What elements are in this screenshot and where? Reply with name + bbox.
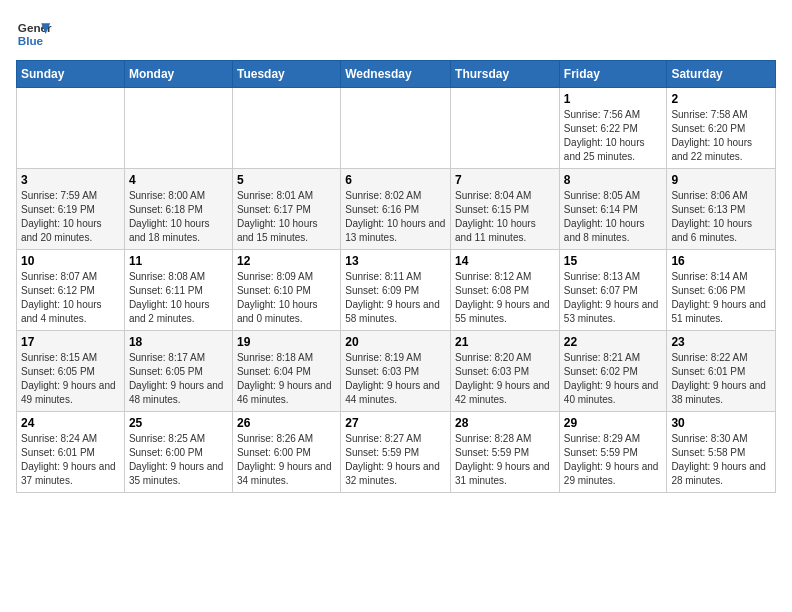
day-info: Sunrise: 8:28 AM Sunset: 5:59 PM Dayligh… — [455, 432, 555, 488]
day-number: 13 — [345, 254, 446, 268]
day-number: 25 — [129, 416, 228, 430]
calendar-cell — [341, 88, 451, 169]
calendar-cell: 12Sunrise: 8:09 AM Sunset: 6:10 PM Dayli… — [232, 250, 340, 331]
day-info: Sunrise: 8:05 AM Sunset: 6:14 PM Dayligh… — [564, 189, 663, 245]
day-info: Sunrise: 8:08 AM Sunset: 6:11 PM Dayligh… — [129, 270, 228, 326]
day-number: 14 — [455, 254, 555, 268]
day-number: 8 — [564, 173, 663, 187]
calendar-cell: 10Sunrise: 8:07 AM Sunset: 6:12 PM Dayli… — [17, 250, 125, 331]
day-info: Sunrise: 8:20 AM Sunset: 6:03 PM Dayligh… — [455, 351, 555, 407]
calendar-cell: 28Sunrise: 8:28 AM Sunset: 5:59 PM Dayli… — [451, 412, 560, 493]
day-info: Sunrise: 8:01 AM Sunset: 6:17 PM Dayligh… — [237, 189, 336, 245]
day-number: 18 — [129, 335, 228, 349]
calendar-cell — [232, 88, 340, 169]
day-info: Sunrise: 8:21 AM Sunset: 6:02 PM Dayligh… — [564, 351, 663, 407]
column-header-tuesday: Tuesday — [232, 61, 340, 88]
svg-text:Blue: Blue — [18, 34, 44, 47]
day-number: 20 — [345, 335, 446, 349]
day-number: 3 — [21, 173, 120, 187]
logo-icon: General Blue — [16, 16, 52, 52]
calendar-cell — [124, 88, 232, 169]
calendar-cell: 13Sunrise: 8:11 AM Sunset: 6:09 PM Dayli… — [341, 250, 451, 331]
calendar-cell: 4Sunrise: 8:00 AM Sunset: 6:18 PM Daylig… — [124, 169, 232, 250]
day-number: 15 — [564, 254, 663, 268]
day-number: 19 — [237, 335, 336, 349]
day-info: Sunrise: 8:14 AM Sunset: 6:06 PM Dayligh… — [671, 270, 771, 326]
day-number: 6 — [345, 173, 446, 187]
day-info: Sunrise: 7:58 AM Sunset: 6:20 PM Dayligh… — [671, 108, 771, 164]
day-info: Sunrise: 8:11 AM Sunset: 6:09 PM Dayligh… — [345, 270, 446, 326]
calendar-cell: 11Sunrise: 8:08 AM Sunset: 6:11 PM Dayli… — [124, 250, 232, 331]
calendar-cell: 29Sunrise: 8:29 AM Sunset: 5:59 PM Dayli… — [559, 412, 667, 493]
day-number: 2 — [671, 92, 771, 106]
calendar-cell: 8Sunrise: 8:05 AM Sunset: 6:14 PM Daylig… — [559, 169, 667, 250]
day-info: Sunrise: 8:25 AM Sunset: 6:00 PM Dayligh… — [129, 432, 228, 488]
day-number: 24 — [21, 416, 120, 430]
day-info: Sunrise: 8:06 AM Sunset: 6:13 PM Dayligh… — [671, 189, 771, 245]
calendar-week-row: 10Sunrise: 8:07 AM Sunset: 6:12 PM Dayli… — [17, 250, 776, 331]
column-header-wednesday: Wednesday — [341, 61, 451, 88]
calendar-cell: 18Sunrise: 8:17 AM Sunset: 6:05 PM Dayli… — [124, 331, 232, 412]
day-info: Sunrise: 8:04 AM Sunset: 6:15 PM Dayligh… — [455, 189, 555, 245]
day-info: Sunrise: 8:15 AM Sunset: 6:05 PM Dayligh… — [21, 351, 120, 407]
day-number: 30 — [671, 416, 771, 430]
day-info: Sunrise: 8:12 AM Sunset: 6:08 PM Dayligh… — [455, 270, 555, 326]
day-number: 7 — [455, 173, 555, 187]
day-number: 17 — [21, 335, 120, 349]
day-info: Sunrise: 8:30 AM Sunset: 5:58 PM Dayligh… — [671, 432, 771, 488]
calendar-cell: 27Sunrise: 8:27 AM Sunset: 5:59 PM Dayli… — [341, 412, 451, 493]
day-number: 26 — [237, 416, 336, 430]
day-info: Sunrise: 7:59 AM Sunset: 6:19 PM Dayligh… — [21, 189, 120, 245]
calendar-cell: 30Sunrise: 8:30 AM Sunset: 5:58 PM Dayli… — [667, 412, 776, 493]
day-number: 9 — [671, 173, 771, 187]
calendar-week-row: 24Sunrise: 8:24 AM Sunset: 6:01 PM Dayli… — [17, 412, 776, 493]
calendar-cell: 22Sunrise: 8:21 AM Sunset: 6:02 PM Dayli… — [559, 331, 667, 412]
day-info: Sunrise: 8:00 AM Sunset: 6:18 PM Dayligh… — [129, 189, 228, 245]
calendar-cell: 5Sunrise: 8:01 AM Sunset: 6:17 PM Daylig… — [232, 169, 340, 250]
calendar-cell — [17, 88, 125, 169]
day-info: Sunrise: 8:26 AM Sunset: 6:00 PM Dayligh… — [237, 432, 336, 488]
calendar-cell: 15Sunrise: 8:13 AM Sunset: 6:07 PM Dayli… — [559, 250, 667, 331]
calendar-cell: 26Sunrise: 8:26 AM Sunset: 6:00 PM Dayli… — [232, 412, 340, 493]
calendar-week-row: 1Sunrise: 7:56 AM Sunset: 6:22 PM Daylig… — [17, 88, 776, 169]
calendar-week-row: 17Sunrise: 8:15 AM Sunset: 6:05 PM Dayli… — [17, 331, 776, 412]
calendar-cell: 23Sunrise: 8:22 AM Sunset: 6:01 PM Dayli… — [667, 331, 776, 412]
day-info: Sunrise: 8:09 AM Sunset: 6:10 PM Dayligh… — [237, 270, 336, 326]
day-info: Sunrise: 8:18 AM Sunset: 6:04 PM Dayligh… — [237, 351, 336, 407]
calendar-cell: 20Sunrise: 8:19 AM Sunset: 6:03 PM Dayli… — [341, 331, 451, 412]
calendar-cell: 9Sunrise: 8:06 AM Sunset: 6:13 PM Daylig… — [667, 169, 776, 250]
day-info: Sunrise: 8:13 AM Sunset: 6:07 PM Dayligh… — [564, 270, 663, 326]
column-header-friday: Friday — [559, 61, 667, 88]
calendar-cell: 3Sunrise: 7:59 AM Sunset: 6:19 PM Daylig… — [17, 169, 125, 250]
calendar-cell: 2Sunrise: 7:58 AM Sunset: 6:20 PM Daylig… — [667, 88, 776, 169]
day-info: Sunrise: 8:29 AM Sunset: 5:59 PM Dayligh… — [564, 432, 663, 488]
calendar-cell: 21Sunrise: 8:20 AM Sunset: 6:03 PM Dayli… — [451, 331, 560, 412]
column-header-sunday: Sunday — [17, 61, 125, 88]
calendar-cell: 19Sunrise: 8:18 AM Sunset: 6:04 PM Dayli… — [232, 331, 340, 412]
day-info: Sunrise: 8:02 AM Sunset: 6:16 PM Dayligh… — [345, 189, 446, 245]
day-info: Sunrise: 8:07 AM Sunset: 6:12 PM Dayligh… — [21, 270, 120, 326]
calendar-cell: 17Sunrise: 8:15 AM Sunset: 6:05 PM Dayli… — [17, 331, 125, 412]
calendar-week-row: 3Sunrise: 7:59 AM Sunset: 6:19 PM Daylig… — [17, 169, 776, 250]
day-info: Sunrise: 8:17 AM Sunset: 6:05 PM Dayligh… — [129, 351, 228, 407]
day-number: 5 — [237, 173, 336, 187]
calendar-cell — [451, 88, 560, 169]
day-number: 4 — [129, 173, 228, 187]
page-header: General Blue — [16, 16, 776, 52]
day-number: 12 — [237, 254, 336, 268]
calendar-cell: 6Sunrise: 8:02 AM Sunset: 6:16 PM Daylig… — [341, 169, 451, 250]
day-number: 28 — [455, 416, 555, 430]
column-header-thursday: Thursday — [451, 61, 560, 88]
day-info: Sunrise: 8:27 AM Sunset: 5:59 PM Dayligh… — [345, 432, 446, 488]
column-header-monday: Monday — [124, 61, 232, 88]
day-number: 27 — [345, 416, 446, 430]
calendar-cell: 16Sunrise: 8:14 AM Sunset: 6:06 PM Dayli… — [667, 250, 776, 331]
day-number: 10 — [21, 254, 120, 268]
calendar-table: SundayMondayTuesdayWednesdayThursdayFrid… — [16, 60, 776, 493]
day-info: Sunrise: 7:56 AM Sunset: 6:22 PM Dayligh… — [564, 108, 663, 164]
day-number: 23 — [671, 335, 771, 349]
calendar-header-row: SundayMondayTuesdayWednesdayThursdayFrid… — [17, 61, 776, 88]
day-info: Sunrise: 8:22 AM Sunset: 6:01 PM Dayligh… — [671, 351, 771, 407]
day-number: 1 — [564, 92, 663, 106]
calendar-cell: 25Sunrise: 8:25 AM Sunset: 6:00 PM Dayli… — [124, 412, 232, 493]
